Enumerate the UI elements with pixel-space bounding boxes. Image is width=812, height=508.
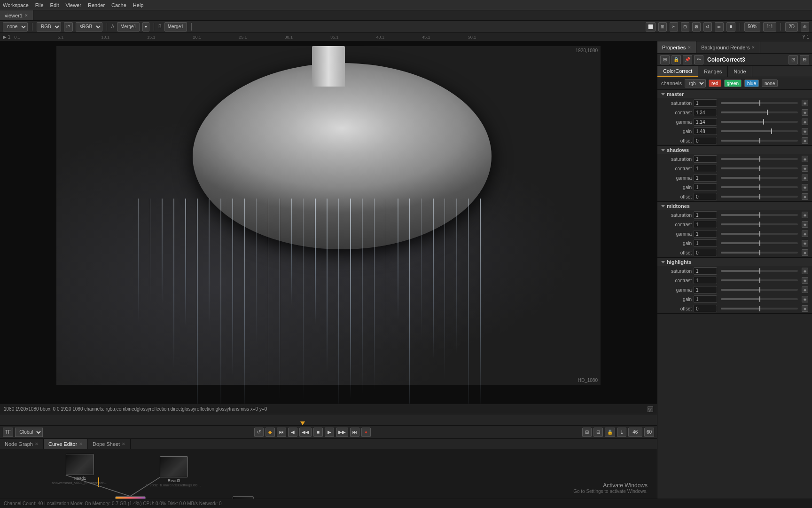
prev-key-btn[interactable]: ⏮: [277, 428, 286, 437]
shadows-contrast-anim[interactable]: ◆: [802, 165, 808, 172]
global-select[interactable]: Global: [15, 428, 43, 437]
channel-b-btn[interactable]: blue: [744, 79, 759, 87]
ip-btn[interactable]: IP: [64, 22, 73, 32]
menu-viewer[interactable]: Viewer: [66, 2, 81, 8]
shadows-offset-anim[interactable]: ◆: [802, 193, 808, 200]
tab-node[interactable]: Node: [728, 66, 752, 77]
play-back-btn[interactable]: ◀◀: [299, 428, 312, 437]
prop-icon-extra[interactable]: ⊟: [800, 55, 809, 64]
highlights-offset-input[interactable]: [694, 305, 717, 312]
tl-icon4[interactable]: ⤓: [617, 428, 626, 437]
view-icon5[interactable]: ⊠: [692, 22, 701, 32]
midtones-gamma-anim[interactable]: ◆: [802, 230, 808, 237]
view-icon2[interactable]: ⊞: [658, 22, 667, 32]
channels-select[interactable]: rgb: [685, 79, 706, 87]
merge-b-select[interactable]: Merge1: [164, 22, 187, 32]
channel-r-btn[interactable]: red: [709, 79, 721, 87]
shadows-offset-slider[interactable]: [721, 196, 798, 198]
shadows-gamma-anim[interactable]: ◆: [802, 175, 808, 181]
shadows-offset-input[interactable]: [694, 193, 717, 200]
highlights-section-header[interactable]: highlights: [657, 258, 812, 266]
tab-dope-sheet[interactable]: Dope Sheet ✕: [88, 439, 131, 449]
view-icon7[interactable]: ⏯: [715, 22, 724, 32]
step-back-btn[interactable]: ◀: [288, 428, 297, 437]
menu-cache[interactable]: Cache: [111, 2, 126, 8]
merge-a-dropdown[interactable]: ▾: [142, 22, 149, 32]
midtones-offset-anim[interactable]: ◆: [802, 249, 808, 256]
midtones-section-header[interactable]: midtones: [657, 202, 812, 210]
tab-ranges[interactable]: Ranges: [698, 66, 728, 77]
highlights-gamma-anim[interactable]: ◆: [802, 286, 808, 293]
step-fwd-btn[interactable]: ▶▶: [336, 428, 348, 437]
midtones-offset-input[interactable]: [694, 249, 717, 256]
midtones-gain-anim[interactable]: ◆: [802, 240, 808, 246]
highlights-gain-slider[interactable]: [721, 298, 798, 300]
end-frame-display[interactable]: 60: [644, 428, 654, 437]
prop-icon-copy[interactable]: ⊡: [789, 55, 798, 64]
highlights-gamma-input[interactable]: [694, 286, 717, 294]
master-contrast-slider[interactable]: [721, 111, 798, 113]
view-icon3[interactable]: ✂: [670, 22, 678, 32]
highlights-contrast-input[interactable]: [694, 277, 717, 284]
menu-file[interactable]: File: [35, 2, 44, 8]
master-offset-anim[interactable]: ◆: [802, 137, 808, 144]
master-offset-input[interactable]: [694, 137, 717, 144]
zoom-display[interactable]: 50%: [744, 22, 760, 32]
menu-workspace[interactable]: Workspace: [3, 2, 29, 8]
highlights-contrast-anim[interactable]: ◆: [802, 277, 808, 284]
midtones-saturation-anim[interactable]: ◆: [802, 212, 808, 218]
loop-btn[interactable]: ↺: [254, 428, 264, 437]
menu-help[interactable]: Help: [133, 2, 144, 8]
close-node-graph[interactable]: ✕: [35, 442, 39, 446]
shadows-gamma-input[interactable]: [694, 174, 717, 182]
highlights-gain-input[interactable]: [694, 295, 717, 303]
lut-select[interactable]: sRGB: [76, 22, 102, 32]
midtones-contrast-anim[interactable]: ◆: [802, 221, 808, 228]
midtones-gain-input[interactable]: [694, 239, 717, 247]
playhead[interactable]: [300, 421, 305, 425]
close-properties[interactable]: ✕: [687, 45, 691, 50]
shadows-gain-anim[interactable]: ◆: [802, 184, 808, 190]
highlights-offset-slider[interactable]: [721, 308, 798, 310]
view-icon4[interactable]: ⊟: [681, 22, 689, 32]
master-gamma-anim[interactable]: ◆: [802, 119, 808, 125]
shadows-saturation-anim[interactable]: ◆: [802, 156, 808, 162]
highlights-saturation-input[interactable]: [694, 267, 717, 275]
master-gain-input[interactable]: [694, 127, 717, 135]
master-contrast-anim[interactable]: ◆: [802, 109, 808, 116]
master-saturation-input[interactable]: [694, 99, 717, 107]
channel-select[interactable]: none: [3, 22, 28, 32]
highlights-gain-anim[interactable]: ◆: [802, 296, 808, 302]
view-icon6[interactable]: ↺: [703, 22, 712, 32]
read3-node[interactable]: Read3 c_v002_b.marendersettings.0044.exr: [146, 456, 202, 487]
midtones-saturation-slider[interactable]: [721, 214, 798, 216]
frame-input[interactable]: 46: [628, 428, 642, 437]
shadows-saturation-slider[interactable]: [721, 158, 798, 160]
expand-btn[interactable]: ▽: [648, 406, 653, 412]
bg-renders-tab[interactable]: Background Renders ✕: [696, 41, 760, 53]
master-gamma-input[interactable]: [694, 118, 717, 126]
tab-node-graph[interactable]: Node Graph ✕: [0, 439, 44, 449]
shadows-section-header[interactable]: shadows: [657, 146, 812, 154]
highlights-saturation-slider[interactable]: [721, 270, 798, 272]
props-scroll[interactable]: master saturation ◆ contrast: [657, 90, 812, 508]
close-dope-sheet[interactable]: ✕: [122, 442, 125, 446]
midtones-gamma-input[interactable]: [694, 230, 717, 238]
timeline-ruler[interactable]: 1 10 20 30 40 50 60 60: [0, 414, 657, 426]
pause-btn[interactable]: ⏸: [726, 22, 735, 32]
shadows-contrast-slider[interactable]: [721, 167, 798, 169]
midtones-offset-slider[interactable]: [721, 252, 798, 254]
tab-curve-editor[interactable]: Curve Editor ✕: [44, 439, 88, 449]
highlights-gamma-slider[interactable]: [721, 289, 798, 291]
colorspace-select[interactable]: RGB: [37, 22, 61, 32]
set-key-btn[interactable]: ◆: [265, 428, 275, 437]
master-gamma-slider[interactable]: [721, 121, 798, 123]
mode-display[interactable]: 2D: [785, 22, 798, 32]
stop-btn[interactable]: ■: [313, 428, 323, 437]
master-section-header[interactable]: master: [657, 90, 812, 98]
channel-none-btn[interactable]: none: [762, 79, 778, 87]
view-icon1[interactable]: ⬜: [646, 22, 656, 32]
play-fwd-btn[interactable]: ▶: [325, 428, 334, 437]
channel-g-btn[interactable]: green: [724, 79, 742, 87]
shadows-contrast-input[interactable]: [694, 165, 717, 172]
